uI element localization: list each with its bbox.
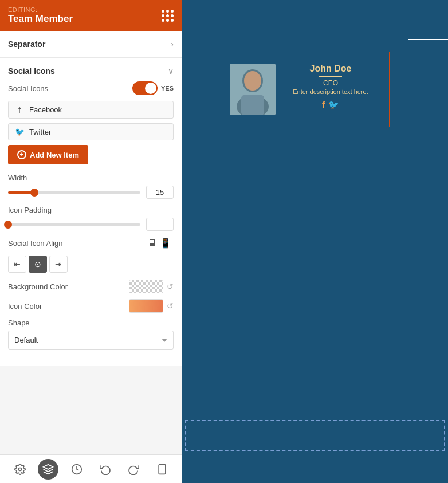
grid-menu-icon[interactable] bbox=[162, 10, 174, 22]
panel-header-left: EDITING: Team Member bbox=[8, 6, 73, 25]
shape-select[interactable]: Default Circle Square Rounded bbox=[8, 331, 174, 350]
icon-color-row: Icon Color ↺ bbox=[8, 299, 174, 313]
left-panel: EDITING: Team Member Separator › Social … bbox=[0, 0, 182, 483]
toggle-yes-label: YES bbox=[161, 85, 174, 92]
editing-label: EDITING: bbox=[8, 6, 73, 13]
icon-padding-slider-track[interactable] bbox=[8, 223, 140, 226]
social-icons-section-label: Social Icons bbox=[8, 66, 55, 76]
icon-color-label: Icon Color bbox=[8, 302, 42, 311]
icon-color-reset-icon[interactable]: ↺ bbox=[167, 301, 174, 311]
social-icons-toggle-row: Social Icons YES bbox=[8, 81, 174, 95]
width-label: Width bbox=[8, 174, 174, 182]
svg-rect-8 bbox=[241, 95, 264, 115]
panel-header: EDITING: Team Member bbox=[0, 0, 182, 31]
social-icons-chevron-icon[interactable]: ∨ bbox=[168, 66, 174, 76]
separator-chevron-icon: › bbox=[171, 40, 174, 49]
width-control: Width bbox=[8, 174, 174, 199]
icon-padding-slider-row bbox=[8, 218, 174, 231]
top-line-decoration bbox=[408, 39, 448, 40]
avatar bbox=[230, 64, 276, 115]
social-icons-header: Social Icons ∨ bbox=[8, 58, 174, 81]
editing-title: Team Member bbox=[8, 13, 73, 25]
icon-padding-slider-thumb[interactable] bbox=[4, 221, 12, 229]
background-color-reset-icon[interactable]: ↺ bbox=[167, 282, 174, 291]
facebook-icon: f bbox=[14, 105, 25, 115]
mobile-preview-toolbar-icon[interactable] bbox=[152, 459, 172, 480]
toggle-wrapper: YES bbox=[132, 81, 174, 95]
plus-circle-icon: + bbox=[17, 150, 26, 159]
facebook-input[interactable] bbox=[29, 105, 167, 114]
card-container: John Doe CEO Enter description text here… bbox=[218, 52, 390, 127]
separator-label: Separator bbox=[8, 40, 45, 49]
device-icons: 🖥 📱 bbox=[147, 238, 171, 249]
width-slider-row bbox=[8, 186, 174, 199]
desktop-icon[interactable]: 🖥 bbox=[147, 238, 156, 249]
social-icon-align-row: Social Icon Align 🖥 📱 bbox=[8, 238, 174, 249]
redo-toolbar-icon[interactable] bbox=[123, 459, 144, 480]
background-color-row: Background Color ↺ bbox=[8, 280, 174, 293]
icon-padding-control: Icon Padding bbox=[8, 206, 174, 231]
svg-point-0 bbox=[18, 468, 21, 470]
separator-section-row[interactable]: Separator › bbox=[0, 31, 182, 58]
width-slider-thumb[interactable] bbox=[30, 189, 38, 197]
shape-row: Shape Default Circle Square Rounded bbox=[8, 319, 174, 350]
add-new-item-label: Add New Item bbox=[30, 151, 79, 159]
card-divider bbox=[319, 76, 342, 77]
twitter-input[interactable] bbox=[29, 128, 167, 136]
card-info: John Doe CEO Enter description text here… bbox=[284, 64, 378, 110]
social-icons-toggle[interactable] bbox=[132, 81, 158, 95]
align-center-button[interactable]: ⊙ bbox=[29, 256, 47, 273]
social-icons-section: Social Icons ∨ Social Icons YES f 🐦 + Ad… bbox=[0, 58, 182, 366]
undo-toolbar-icon[interactable] bbox=[95, 459, 116, 480]
team-card: John Doe CEO Enter description text here… bbox=[218, 52, 390, 127]
background-color-label: Background Color bbox=[8, 282, 68, 291]
shape-label: Shape bbox=[8, 319, 174, 327]
align-buttons: ⇤ ⊙ ⇥ bbox=[8, 256, 174, 273]
card-social-icons: f 🐦 bbox=[284, 100, 378, 110]
svg-marker-1 bbox=[44, 464, 53, 469]
bottom-toolbar bbox=[0, 454, 182, 483]
history-toolbar-icon[interactable] bbox=[66, 459, 87, 480]
card-role: CEO bbox=[284, 79, 378, 87]
background-color-picker-group: ↺ bbox=[129, 280, 174, 293]
align-left-button[interactable]: ⇤ bbox=[8, 256, 26, 273]
twitter-icon: 🐦 bbox=[14, 127, 25, 136]
icon-padding-value-input[interactable] bbox=[146, 218, 174, 231]
width-slider-track[interactable] bbox=[8, 191, 140, 194]
settings-toolbar-icon[interactable] bbox=[10, 459, 30, 480]
background-color-swatch[interactable] bbox=[129, 280, 163, 293]
align-label: Social Icon Align bbox=[8, 239, 143, 248]
card-twitter-icon: 🐦 bbox=[328, 100, 339, 110]
card-description: Enter description text here. bbox=[284, 88, 378, 95]
icon-padding-label: Icon Padding bbox=[8, 206, 174, 214]
align-right-button[interactable]: ⇥ bbox=[49, 256, 68, 273]
width-value-input[interactable] bbox=[146, 186, 174, 199]
mobile-icon[interactable]: 📱 bbox=[160, 238, 171, 249]
twitter-input-row: 🐦 bbox=[8, 123, 174, 140]
add-new-item-button[interactable]: + Add New Item bbox=[8, 145, 88, 164]
facebook-input-row: f bbox=[8, 101, 174, 119]
right-panel: ‹ John Doe CEO bbox=[182, 0, 448, 483]
icon-color-picker-group: ↺ bbox=[129, 299, 174, 313]
layers-toolbar-icon[interactable] bbox=[38, 459, 58, 480]
icon-color-swatch[interactable] bbox=[129, 299, 163, 313]
social-icons-toggle-label: Social Icons bbox=[8, 84, 48, 93]
card-name: John Doe bbox=[284, 64, 378, 74]
svg-point-9 bbox=[244, 71, 261, 91]
card-facebook-icon: f bbox=[322, 100, 325, 110]
bottom-dashed-selection bbox=[185, 420, 445, 451]
